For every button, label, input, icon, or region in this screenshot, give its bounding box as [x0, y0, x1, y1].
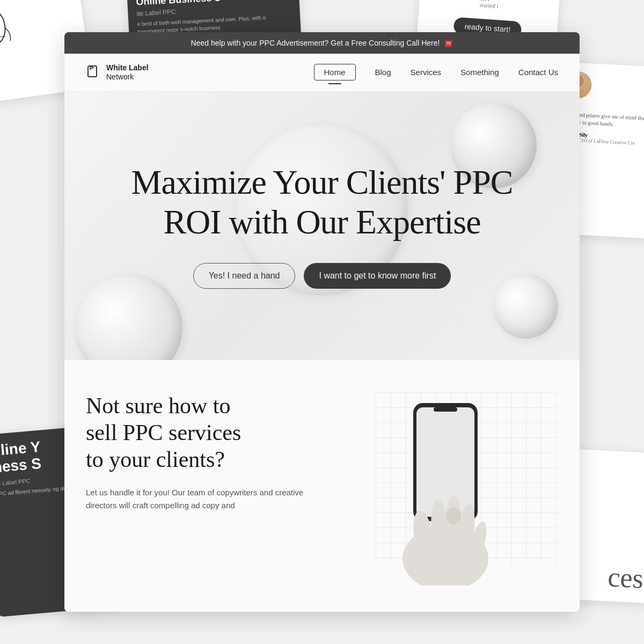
nav-contact[interactable]: Contact Us — [518, 68, 558, 77]
bottom-title: Not sure how to sell PPC services to you… — [86, 392, 311, 473]
hero-section: Maximize Your Clients' PPC ROI with Our … — [64, 92, 580, 360]
know-more-button[interactable]: I want to get to know more first — [304, 263, 451, 289]
hero-buttons: Yes! I need a hand I want to get to know… — [131, 263, 513, 289]
logo-icon — [86, 65, 101, 80]
main-website: Need help with your PPC Advertisement? G… — [64, 32, 580, 612]
hand-illustration — [370, 392, 521, 586]
phone-with-hand — [370, 392, 521, 588]
bottom-description: Let us handle it for you! Our team of co… — [86, 486, 311, 512]
announcement-bar[interactable]: Need help with your PPC Advertisement? G… — [64, 32, 580, 54]
bottom-text: Not sure how to sell PPC services to you… — [86, 392, 311, 588]
logo[interactable]: White Label Network — [86, 63, 149, 82]
rocket-icon — [0, 0, 18, 57]
nav-blog[interactable]: Blog — [375, 68, 391, 77]
nav-links: Home Blog Services Something Contact Us — [314, 68, 559, 77]
phone-icon: ☎️ — [444, 39, 453, 47]
hero-content: Maximize Your Clients' PPC ROI with Our … — [131, 163, 513, 289]
partial-text: ces — [607, 561, 644, 594]
nav-something[interactable]: Something — [460, 68, 499, 77]
card-tr-label: servstarted t — [479, 0, 499, 9]
logo-text: White Label Network — [106, 63, 149, 82]
nav-home[interactable]: Home — [314, 68, 356, 77]
svg-rect-7 — [88, 66, 97, 77]
yes-need-hand-button[interactable]: Yes! I need a hand — [193, 263, 296, 289]
nav-services[interactable]: Services — [411, 68, 442, 77]
bottom-section: Not sure how to sell PPC services to you… — [64, 360, 580, 612]
svg-point-17 — [446, 507, 461, 524]
hero-title: Maximize Your Clients' PPC ROI with Our … — [131, 163, 513, 241]
announcement-text: Need help with your PPC Advertisement? G… — [191, 39, 440, 47]
bottom-image — [333, 392, 558, 588]
svg-point-0 — [0, 9, 8, 46]
svg-rect-10 — [434, 407, 457, 412]
navbar: White Label Network Home Blog Services S… — [64, 54, 580, 92]
phone-container — [370, 392, 521, 588]
svg-rect-9 — [416, 407, 474, 517]
